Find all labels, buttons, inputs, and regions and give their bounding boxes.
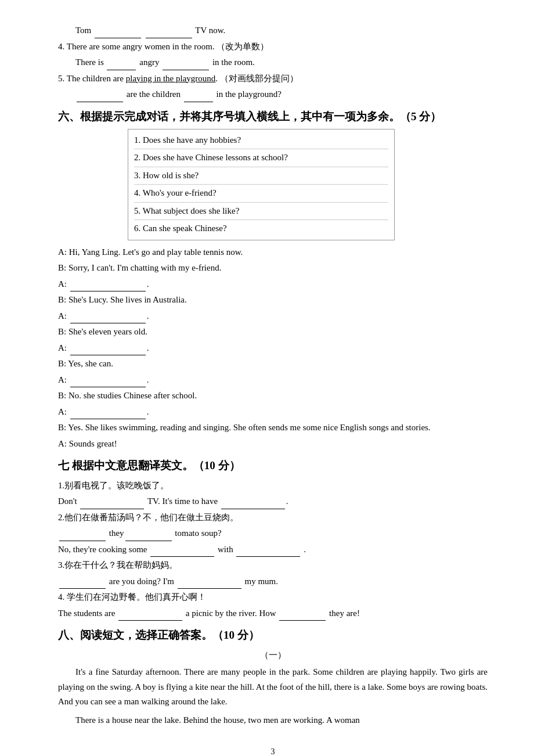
blank-7-3-2 (178, 588, 241, 589)
conv-a7: A: Sounds great! (58, 437, 488, 452)
conv-a5: A: . (58, 373, 488, 388)
item7-1-en: Don't TV. It's time to have . (58, 494, 488, 509)
item4-answer: There is angry in the room. (75, 55, 488, 70)
dialog-option-1: 1. Does she have any hobbies? (134, 132, 388, 150)
blank-a4 (70, 355, 146, 355)
conv-b4: B: Yes, she can. (58, 357, 488, 372)
conv-b1: B: Sorry, I can't. I'm chatting with my … (58, 261, 488, 276)
item7-4-en: The students are a picnic by the river. … (58, 606, 488, 621)
page-content: Tom TV now. 4. There are some angry wome… (58, 23, 488, 728)
conv-a6: A: . (58, 405, 488, 420)
blank-a5 (70, 387, 146, 387)
blank-a2 (70, 291, 146, 291)
item7-3-en: are you doing? I'm my mum. (58, 574, 488, 589)
blank-item4-2 (163, 70, 209, 70)
item7-2-cn: 2.他们在做番茄汤吗？不，他们在做土豆烧肉。 (58, 510, 488, 525)
item5-answer: are the children in the playground? (75, 87, 488, 102)
item5-label: 5. The children are playing in the playg… (58, 71, 488, 87)
blank-tom-1 (95, 38, 141, 38)
tom-indent: Tom (75, 26, 93, 35)
conv-a4: A: . (58, 341, 488, 356)
blank-item4-1 (107, 70, 136, 70)
section8-para2: There is a house near the lake. Behind t… (58, 713, 488, 728)
conv-a3: A: . (58, 309, 488, 324)
dialog-option-2: 2. Does she have Chinese lessons at scho… (134, 149, 388, 167)
blank-a3 (70, 323, 146, 323)
blank-7-4-2 (279, 620, 326, 621)
blank-a6 (70, 419, 146, 419)
blank-7-1-2 (221, 509, 285, 509)
item7-2-en1: they tomato soup? (58, 526, 488, 541)
section6-header: 六、根据提示完成对话，并将其序号填入横线上，其中有一项为多余。（5 分） (58, 108, 488, 125)
blank-item5-2 (184, 102, 213, 102)
conv-b5: B: No. she studies Chinese after school. (58, 388, 488, 404)
item7-1-cn: 1.别看电视了。该吃晚饭了。 (58, 478, 488, 494)
blank-7-4-1 (118, 620, 182, 621)
conv-b6: B: Yes. She likes swimming, reading and … (58, 420, 488, 435)
blank-7-2-3 (150, 556, 214, 557)
item7-3-cn: 3.你在干什么？我在帮助妈妈。 (58, 558, 488, 573)
blank-item5-1 (77, 102, 123, 102)
dialog-option-3: 3. How old is she? (134, 167, 388, 185)
blank-7-2-2 (125, 541, 172, 541)
conv-a1: A: Hi, Yang Ling. Let's go and play tabl… (58, 245, 488, 260)
section7-header: 七 根据中文意思翻译英文。（10 分） (58, 457, 488, 474)
blank-7-3-1 (59, 588, 106, 589)
tom-line: Tom TV now. (58, 23, 488, 38)
page-number: 3 (58, 745, 488, 756)
blank-7-2-4 (236, 556, 300, 557)
section8-sub-header: （一） (58, 648, 488, 663)
item7-2-en2: No, they're cooking some with . (58, 542, 488, 557)
section8-para1: It's a fine Saturday afternoon. There ar… (58, 665, 488, 710)
dialog-options-box: 1. Does she have any hobbies? 2. Does sh… (128, 129, 395, 240)
dialog-option-4: 4. Who's your e-friend? (134, 185, 388, 203)
conv-b2: B: She's Lucy. She lives in Australia. (58, 293, 488, 308)
section8-header: 八、阅读短文，选择正确答案。（10 分） (58, 627, 488, 644)
dialog-option-5: 5. What subject does she like? (134, 203, 388, 221)
blank-7-1-1 (80, 509, 144, 509)
item4-label: 4. There are some angry women in the roo… (58, 39, 488, 55)
conv-b3: B: She's eleven years old. (58, 325, 488, 340)
blank-7-2-1 (59, 541, 106, 541)
dialog-option-6: 6. Can she speak Chinese? (134, 220, 388, 237)
blank-tom-2 (146, 38, 192, 38)
conv-a2: A: . (58, 277, 488, 292)
item7-4-cn: 4. 学生们在河边野餐。他们真开心啊！ (58, 590, 488, 605)
underline-playing: playing in the playground (126, 74, 216, 83)
